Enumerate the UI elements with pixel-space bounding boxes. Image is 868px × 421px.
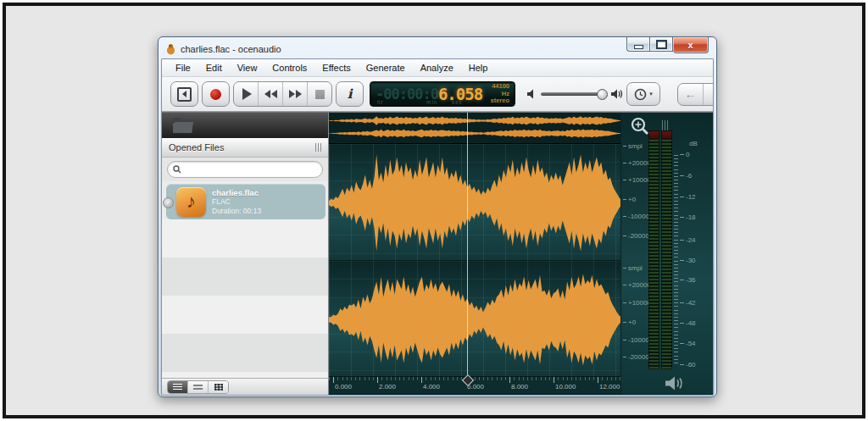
time-format-button[interactable]: ▾ xyxy=(626,82,660,106)
volume-slider[interactable] xyxy=(541,92,607,96)
search-row xyxy=(162,158,328,181)
clip-indicator-left[interactable] xyxy=(648,130,659,139)
speaker-icon[interactable] xyxy=(665,376,686,391)
time-label: 10.000 xyxy=(555,383,576,391)
file-name: charlies.flac xyxy=(212,188,261,197)
back-button[interactable]: ← xyxy=(678,84,703,105)
level-meter-left xyxy=(648,139,659,369)
waveform-column[interactable]: 0.0002.0004.0006.0008.00010.00012.000 xyxy=(329,113,620,395)
channel-left[interactable] xyxy=(329,144,620,260)
menu-item-controls[interactable]: Controls xyxy=(264,61,314,75)
history-nav-group: ← → xyxy=(677,83,714,106)
opened-files-header[interactable]: Opened Files xyxy=(162,138,328,158)
zoom-icon[interactable] xyxy=(630,116,650,136)
volume-high-icon[interactable] xyxy=(611,89,623,99)
view-mode-bar xyxy=(162,378,328,395)
fast-forward-icon xyxy=(289,90,302,98)
info-button[interactable]: i xyxy=(336,81,364,107)
panel-grip-icon[interactable] xyxy=(315,143,321,152)
record-button[interactable] xyxy=(202,81,230,107)
skip-to-start-button[interactable] xyxy=(170,81,198,107)
amplitude-label: +0 xyxy=(623,197,636,203)
minimize-button[interactable] xyxy=(626,37,649,52)
amplitude-label: +0 xyxy=(623,319,636,326)
file-format: FLAC xyxy=(212,197,261,207)
volume-slider-knob[interactable] xyxy=(597,89,608,100)
amplitude-label: -20000 xyxy=(623,233,649,240)
amplitude-label: smpl xyxy=(623,265,643,272)
audio-editor-area: 0.0002.0004.0006.0008.00010.00012.000 sm… xyxy=(329,113,713,395)
folder-icon[interactable] xyxy=(172,117,194,134)
db-tick-marks xyxy=(674,155,678,366)
title-bar[interactable]: charlies.flac - ocenaudio x xyxy=(161,40,714,58)
amplitude-label: +20000 xyxy=(623,282,651,289)
chevron-down-icon: ▾ xyxy=(649,91,653,97)
rewind-button[interactable] xyxy=(258,82,282,106)
sidebar-header-strip xyxy=(162,113,328,138)
opened-files-title: Opened Files xyxy=(169,142,224,152)
db-label: 0 xyxy=(680,152,689,158)
minimize-icon xyxy=(634,45,643,49)
db-label: -6 xyxy=(680,173,692,180)
overview-wave-right xyxy=(329,127,624,140)
search-input[interactable] xyxy=(181,164,317,175)
waveform-channels[interactable] xyxy=(329,144,620,376)
channel-right[interactable] xyxy=(329,260,620,377)
db-label: -60 xyxy=(680,362,696,368)
app-window: charlies.flac - ocenaudio x FileEditView… xyxy=(158,36,717,397)
sample-rate: 44100 Hz xyxy=(482,83,509,97)
menu-item-analyze[interactable]: Analyze xyxy=(413,61,461,75)
play-button[interactable] xyxy=(234,82,258,106)
clock-icon xyxy=(634,88,647,101)
transport-group xyxy=(233,81,332,107)
db-label: -36 xyxy=(680,277,696,284)
overview-strip[interactable] xyxy=(329,113,620,144)
amplitude-label: +10000 xyxy=(623,300,651,307)
db-label: -48 xyxy=(680,320,696,327)
search-icon xyxy=(173,165,181,174)
time-major-tick xyxy=(421,377,422,383)
menu-item-view[interactable]: View xyxy=(230,61,265,75)
time-major-tick xyxy=(377,377,378,383)
view-detail-button[interactable] xyxy=(168,381,187,393)
file-check-icon: ✓ xyxy=(163,197,174,208)
menu-item-effects[interactable]: Effects xyxy=(314,61,358,75)
db-label: -54 xyxy=(680,341,696,347)
view-grid-button[interactable] xyxy=(208,381,228,393)
record-icon xyxy=(210,89,221,100)
menu-item-generate[interactable]: Generate xyxy=(359,61,413,75)
forward-button[interactable]: → xyxy=(703,84,714,105)
view-list-button[interactable] xyxy=(187,381,208,393)
forward-arrow-icon: → xyxy=(710,87,715,101)
amplitude-label: -20000 xyxy=(623,354,649,361)
time-label: 8.000 xyxy=(511,383,528,391)
db-label: -30 xyxy=(680,258,696,264)
time-display: -00:00:06.058 44100 Hz stereo hr min sec xyxy=(370,81,515,107)
toolbar: i -00:00:06.058 44100 Hz stereo hr min s… xyxy=(162,77,713,112)
clip-indicator-right[interactable] xyxy=(661,130,672,139)
menu-item-edit[interactable]: Edit xyxy=(198,61,230,75)
menu-item-file[interactable]: File xyxy=(168,61,198,75)
level-meter-right xyxy=(661,139,672,369)
db-unit-label: dB xyxy=(689,140,698,147)
volume-low-icon[interactable] xyxy=(527,89,537,99)
stop-button[interactable] xyxy=(307,82,331,106)
file-list-item[interactable]: ✓ ♪ charlies.flac FLAC Duration: 00:13 xyxy=(166,184,326,219)
time-label: 0.000 xyxy=(335,383,352,391)
time-ruler[interactable]: 0.0002.0004.0006.0008.00010.00012.000 xyxy=(329,376,620,395)
close-button[interactable]: x xyxy=(673,37,709,53)
stop-icon xyxy=(315,90,325,99)
overview-wave-left xyxy=(329,114,624,127)
db-label: -12 xyxy=(680,194,696,201)
maximize-button[interactable] xyxy=(649,37,673,52)
time-major-tick xyxy=(509,377,510,383)
fast-forward-button[interactable] xyxy=(282,82,307,106)
menu-item-help[interactable]: Help xyxy=(461,61,496,75)
rewind-icon xyxy=(264,90,277,98)
amplitude-label: -10000 xyxy=(623,213,649,220)
waveform-left xyxy=(329,144,620,260)
amplitude-label: -10000 xyxy=(623,337,649,344)
db-label: -18 xyxy=(680,214,696,221)
info-icon: i xyxy=(348,86,353,102)
music-note-icon: ♪ xyxy=(176,187,206,217)
